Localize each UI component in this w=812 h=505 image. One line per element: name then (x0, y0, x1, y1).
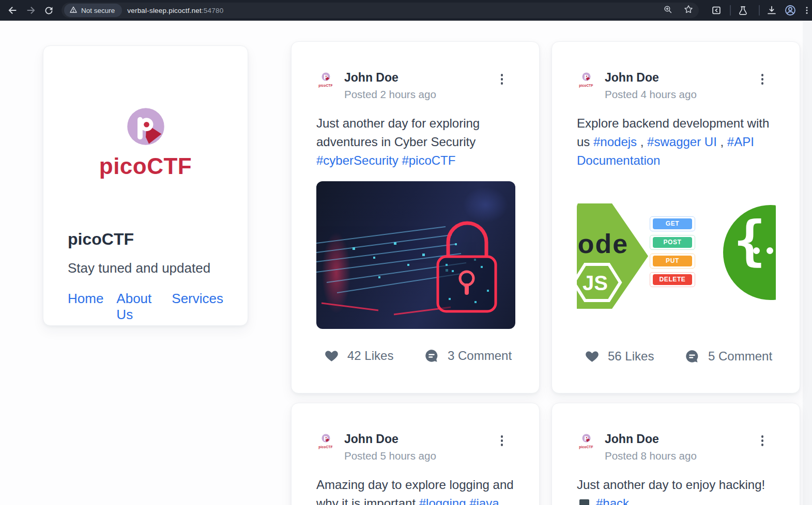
http-get-chip: GET (650, 216, 695, 231)
avatar: picoCTF (316, 432, 335, 449)
author-block: John Doe Posted 5 hours ago (344, 432, 436, 462)
http-method-chips: GET POST PUT DELETE (650, 216, 695, 287)
like-count: 42 Likes (347, 349, 393, 363)
post-card: picoCTF John Doe Posted 4 hours ago Expl… (551, 41, 800, 393)
url-port: :54780 (202, 7, 224, 14)
security-label: Not secure (81, 7, 115, 14)
zoom-icon[interactable] (663, 5, 673, 17)
avatar-wordmark: picoCTF (577, 84, 595, 87)
post-image-cybersecurity (316, 181, 515, 329)
author-block: John Doe Posted 4 hours ago (605, 71, 697, 101)
profile-icon[interactable] (783, 0, 798, 21)
avatar-logo-icon (582, 434, 591, 443)
post-actions: 56 Likes 5 Comment (577, 349, 775, 368)
author-block: John Doe Posted 2 hours ago (344, 71, 436, 101)
comment-button[interactable]: 5 Comment (685, 349, 772, 364)
hashtag-link[interactable]: #hack (596, 494, 629, 505)
author-name: John Doe (344, 432, 436, 447)
hashtag-swagger[interactable]: #swagger UI (647, 135, 717, 149)
heart-icon (325, 349, 339, 362)
comment-button[interactable]: 3 Comment (424, 349, 512, 363)
address-bar[interactable]: Not secure verbal-sleep.picoctf.net:5478… (62, 3, 699, 18)
post-text: Just another day to enjoy hacking! #hack (577, 476, 776, 505)
comment-count: 5 Comment (708, 349, 772, 364)
not-secure-chip[interactable]: Not secure (64, 4, 122, 17)
reload-icon[interactable] (41, 0, 56, 21)
page-background-strip (803, 21, 812, 505)
post-actions: 42 Likes 3 Comment (316, 349, 514, 367)
avatar-wordmark: picoCTF (316, 84, 335, 87)
avatar-wordmark: picoCTF (316, 445, 335, 449)
post-header: picoCTF John Doe Posted 8 hours ago (577, 432, 775, 462)
labs-flask-icon[interactable] (736, 0, 750, 21)
toolbar-separator (759, 5, 760, 15)
author-name: John Doe (344, 71, 436, 85)
post-menu-icon[interactable] (761, 71, 764, 85)
browser-toolbar: Not secure verbal-sleep.picoctf.net:5478… (0, 0, 812, 21)
post-timestamp: Posted 4 hours ago (605, 88, 697, 101)
nav-link-home[interactable]: Home (68, 291, 103, 323)
post-menu-icon[interactable] (501, 432, 503, 446)
heart-icon (585, 350, 599, 362)
like-button[interactable]: 42 Likes (325, 349, 393, 363)
hashtag-link[interactable]: #cyberSecurity #picoCTF (316, 153, 455, 167)
avatar: picoCTF (316, 71, 335, 87)
comment-count: 3 Comment (448, 349, 512, 363)
post-card: picoCTF John Doe Posted 8 hours ago Just… (551, 403, 800, 505)
http-put-chip: PUT (650, 254, 695, 269)
hashtag-link[interactable]: #logging #java (419, 496, 499, 505)
svg-text:JS: JS (583, 272, 608, 294)
post-image-backend: node JS GET POST PUT DELETE { (577, 201, 776, 327)
side-panel-icon[interactable] (709, 0, 724, 21)
separator-text: , (717, 135, 727, 149)
swagger-brace-glyph: { (733, 209, 766, 272)
nav-link-services[interactable]: Services (172, 291, 223, 323)
avatar: picoCTF (577, 432, 595, 449)
post-timestamp: Posted 5 hours ago (344, 450, 436, 462)
svg-text:node: node (577, 229, 629, 259)
author-name: John Doe (605, 432, 697, 447)
post-card: picoCTF John Doe Posted 2 hours ago Just… (291, 41, 540, 393)
swagger-dot (753, 247, 760, 254)
avatar-logo-icon (321, 72, 330, 81)
back-icon[interactable] (5, 0, 20, 21)
forward-icon[interactable] (24, 0, 38, 21)
picoctf-logo-wordmark: picoCTF (68, 153, 223, 179)
post-text: Just another day for exploring adventure… (316, 114, 515, 170)
browser-menu-icon[interactable] (801, 0, 812, 21)
nav-link-about[interactable]: About Us (116, 291, 159, 323)
brand-sidebar-card: picoCTF picoCTF Stay tuned and updated H… (43, 45, 248, 326)
avatar-wordmark: picoCTF (577, 445, 595, 449)
picoctf-logo: picoCTF (68, 107, 223, 179)
post-menu-icon[interactable] (501, 71, 503, 85)
swagger-logo: { (723, 205, 776, 300)
post-menu-icon[interactable] (761, 432, 764, 446)
separator-text: , (637, 135, 647, 149)
warning-icon (69, 6, 78, 15)
avatar-logo-icon (321, 434, 330, 443)
avatar: picoCTF (577, 71, 595, 87)
sidebar-title: picoCTF (68, 230, 223, 249)
like-button[interactable]: 56 Likes (585, 349, 654, 364)
author-name: John Doe (605, 71, 697, 85)
post-header: picoCTF John Doe Posted 4 hours ago (577, 71, 775, 101)
sidebar-tagline: Stay tuned and updated (68, 260, 223, 276)
post-text-plain: Just another day for exploring adventure… (316, 116, 480, 149)
author-block: John Doe Posted 8 hours ago (605, 432, 697, 462)
download-icon[interactable] (764, 0, 779, 21)
like-count: 56 Likes (608, 349, 654, 364)
hashtag-nodejs[interactable]: #nodejs (593, 135, 637, 149)
picoctf-logo-icon (126, 107, 165, 146)
post-timestamp: Posted 8 hours ago (605, 450, 697, 462)
post-text: Explore backend development with us #nod… (577, 114, 776, 170)
toolbar-separator (730, 5, 731, 15)
post-text: Amazing day to explore logging and why i… (316, 476, 515, 505)
avatar-logo-icon (582, 72, 591, 81)
http-post-chip: POST (650, 235, 695, 250)
post-text-plain: Just another day to enjoy hacking! (577, 478, 765, 492)
post-header: picoCTF John Doe Posted 5 hours ago (316, 432, 514, 462)
post-card: picoCTF John Doe Posted 5 hours ago Amaz… (291, 403, 540, 505)
post-header: picoCTF John Doe Posted 2 hours ago (316, 71, 514, 101)
post-timestamp: Posted 2 hours ago (344, 88, 436, 101)
bookmark-star-icon[interactable] (683, 4, 694, 17)
